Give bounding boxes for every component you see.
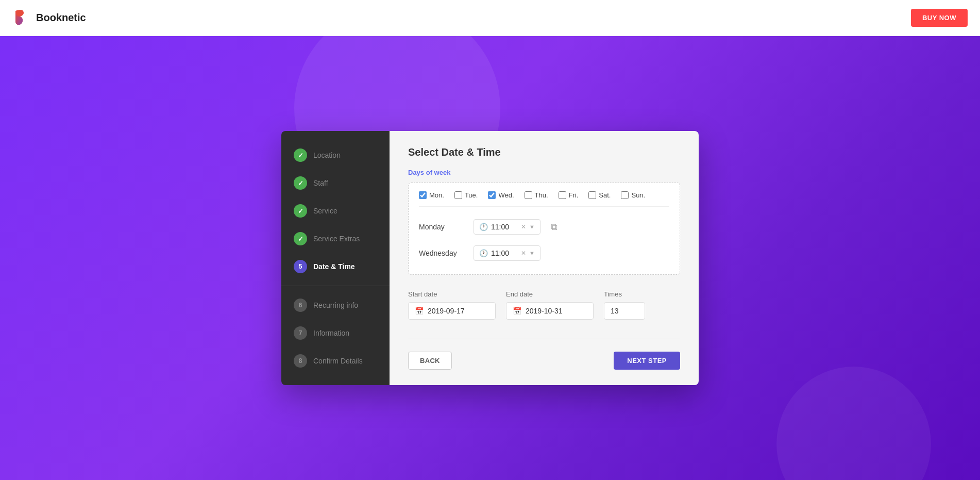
day-check-sun[interactable]: Sun. bbox=[621, 191, 645, 199]
wednesday-time-input[interactable]: 🕐 11:00 ✕ ▼ bbox=[474, 245, 540, 261]
sidebar-label-service: Service bbox=[313, 207, 337, 215]
checkbox-mon[interactable] bbox=[419, 191, 427, 199]
sidebar-label-information: Information bbox=[313, 329, 349, 337]
sidebar: ✓ Location ✓ Staff ✓ Service ✓ Se bbox=[281, 131, 390, 385]
monday-label: Monday bbox=[419, 223, 465, 231]
step-circle-3: ✓ bbox=[294, 204, 307, 218]
date-fields-row: Start date 📅 2019-09-17 End date 📅 2019-… bbox=[408, 290, 680, 320]
sidebar-item-confirm[interactable]: 8 Confirm Details bbox=[281, 347, 390, 375]
end-date-label: End date bbox=[506, 290, 594, 298]
day-check-mon[interactable]: Mon. bbox=[419, 191, 444, 199]
wednesday-label: Wednesday bbox=[419, 249, 465, 257]
checkbox-sat[interactable] bbox=[588, 191, 596, 199]
sidebar-item-service[interactable]: ✓ Service bbox=[281, 197, 390, 225]
footer-actions: BACK NEXT STEP bbox=[408, 339, 680, 370]
sidebar-item-date-time[interactable]: 5 Date & Time bbox=[281, 253, 390, 280]
wednesday-clear-icon[interactable]: ✕ bbox=[521, 250, 526, 257]
day-label-sat: Sat. bbox=[599, 191, 611, 199]
start-date-input[interactable]: 📅 2019-09-17 bbox=[408, 302, 496, 320]
step-circle-4: ✓ bbox=[294, 232, 307, 245]
checkbox-fri[interactable] bbox=[559, 191, 566, 199]
days-checkboxes-row: Mon. Tue. Wed. Thu. bbox=[419, 191, 669, 207]
times-label: Times bbox=[604, 290, 645, 298]
sidebar-label-service-extras: Service Extras bbox=[313, 235, 360, 243]
end-date-value: 2019-10-31 bbox=[526, 307, 563, 315]
days-of-week-label: Days of week bbox=[408, 169, 680, 176]
checkbox-sun[interactable] bbox=[621, 191, 629, 199]
day-label-tue: Tue. bbox=[465, 191, 478, 199]
step-circle-1: ✓ bbox=[294, 148, 307, 162]
wednesday-dropdown-icon[interactable]: ▼ bbox=[529, 250, 535, 256]
end-date-input[interactable]: 📅 2019-10-31 bbox=[506, 302, 594, 320]
main-content: Select Date & Time Days of week Mon. Tue… bbox=[390, 131, 699, 385]
day-check-tue[interactable]: Tue. bbox=[454, 191, 478, 199]
booknetic-logo-icon bbox=[12, 9, 31, 27]
buy-now-button[interactable]: BUY NOW bbox=[911, 9, 968, 27]
logo-text: Booknetic bbox=[36, 12, 86, 24]
sidebar-item-information[interactable]: 7 Information bbox=[281, 319, 390, 347]
sidebar-item-service-extras[interactable]: ✓ Service Extras bbox=[281, 225, 390, 253]
times-input[interactable]: 13 bbox=[604, 302, 645, 320]
times-group: Times 13 bbox=[604, 290, 645, 320]
step-circle-6: 6 bbox=[294, 299, 307, 312]
sidebar-label-confirm: Confirm Details bbox=[313, 357, 363, 365]
checkbox-tue[interactable] bbox=[454, 191, 462, 199]
sidebar-divider bbox=[281, 286, 390, 286]
days-selector-panel: Mon. Tue. Wed. Thu. bbox=[408, 183, 680, 275]
step-number-5: 5 bbox=[299, 263, 302, 270]
end-date-group: End date 📅 2019-10-31 bbox=[506, 290, 594, 320]
step-number-6: 6 bbox=[299, 302, 302, 309]
sidebar-label-location: Location bbox=[313, 151, 341, 159]
monday-time-value: 11:00 bbox=[491, 223, 518, 231]
sidebar-label-recurring: Recurring info bbox=[313, 301, 358, 309]
day-check-fri[interactable]: Fri. bbox=[559, 191, 579, 199]
calendar-icon-end: 📅 bbox=[513, 307, 521, 315]
copy-icon-monday[interactable]: ⧉ bbox=[551, 222, 557, 233]
next-step-button[interactable]: NEXT STEP bbox=[614, 352, 680, 370]
day-check-sat[interactable]: Sat. bbox=[588, 191, 611, 199]
step-circle-5: 5 bbox=[294, 260, 307, 273]
background-area: ✓ Location ✓ Staff ✓ Service ✓ Se bbox=[0, 36, 980, 480]
start-date-value: 2019-09-17 bbox=[428, 307, 465, 315]
day-label-fri: Fri. bbox=[569, 191, 579, 199]
step-circle-2: ✓ bbox=[294, 176, 307, 190]
navbar: Booknetic BUY NOW bbox=[0, 0, 980, 36]
sidebar-item-staff[interactable]: ✓ Staff bbox=[281, 169, 390, 197]
checkmark-icon-1: ✓ bbox=[298, 152, 303, 159]
day-label-wed: Wed. bbox=[498, 191, 514, 199]
day-label-mon: Mon. bbox=[429, 191, 444, 199]
times-value: 13 bbox=[611, 307, 619, 315]
step-circle-8: 8 bbox=[294, 354, 307, 368]
page-title: Select Date & Time bbox=[408, 146, 680, 158]
wednesday-time-value: 11:00 bbox=[491, 249, 518, 257]
time-row-wednesday: Wednesday 🕐 11:00 ✕ ▼ bbox=[419, 240, 669, 266]
back-button[interactable]: BACK bbox=[408, 352, 452, 370]
time-row-monday: Monday 🕐 11:00 ✕ ▼ ⧉ bbox=[419, 214, 669, 240]
clock-icon-wednesday: 🕐 bbox=[479, 249, 488, 257]
day-check-thu[interactable]: Thu. bbox=[525, 191, 548, 199]
calendar-icon-start: 📅 bbox=[415, 307, 424, 315]
checkbox-wed[interactable] bbox=[488, 191, 496, 199]
monday-dropdown-icon[interactable]: ▼ bbox=[529, 224, 535, 230]
step-number-8: 8 bbox=[299, 357, 302, 365]
clock-icon-monday: 🕐 bbox=[479, 223, 488, 231]
step-circle-7: 7 bbox=[294, 326, 307, 340]
checkmark-icon-3: ✓ bbox=[298, 207, 303, 215]
day-check-wed[interactable]: Wed. bbox=[488, 191, 514, 199]
checkmark-icon-2: ✓ bbox=[298, 179, 303, 187]
sidebar-label-date-time: Date & Time bbox=[313, 262, 355, 271]
checkmark-icon-4: ✓ bbox=[298, 235, 303, 243]
day-label-sun: Sun. bbox=[631, 191, 645, 199]
sidebar-item-recurring[interactable]: 6 Recurring info bbox=[281, 291, 390, 319]
modal-container: ✓ Location ✓ Staff ✓ Service ✓ Se bbox=[281, 131, 699, 385]
monday-clear-icon[interactable]: ✕ bbox=[521, 223, 526, 230]
checkbox-thu[interactable] bbox=[525, 191, 532, 199]
logo-container: Booknetic bbox=[12, 9, 86, 27]
step-number-7: 7 bbox=[299, 329, 302, 337]
day-label-thu: Thu. bbox=[535, 191, 548, 199]
start-date-group: Start date 📅 2019-09-17 bbox=[408, 290, 496, 320]
start-date-label: Start date bbox=[408, 290, 496, 298]
monday-time-input[interactable]: 🕐 11:00 ✕ ▼ bbox=[474, 219, 540, 235]
sidebar-label-staff: Staff bbox=[313, 179, 328, 187]
sidebar-item-location[interactable]: ✓ Location bbox=[281, 141, 390, 169]
